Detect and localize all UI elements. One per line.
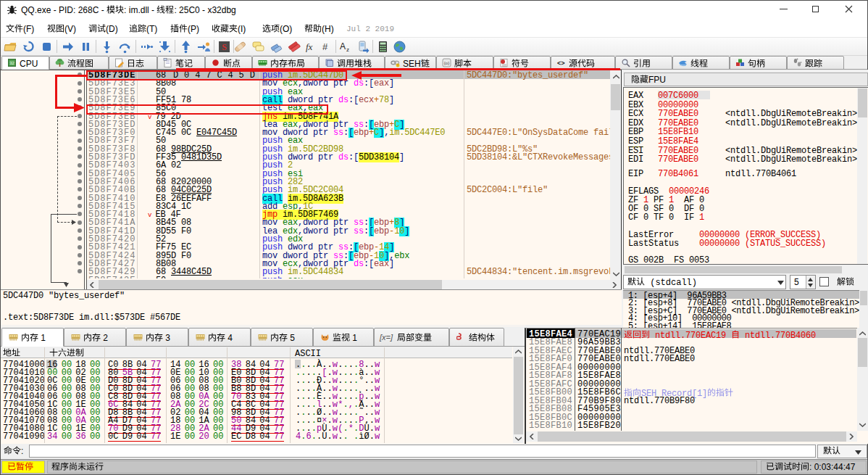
svg-text:{o}: {o}: [444, 61, 449, 65]
svg-text:fx: fx: [306, 41, 313, 52]
svg-text:32: 32: [9, 61, 14, 65]
svg-text:<>: <>: [557, 59, 565, 67]
svg-text:z: z: [346, 46, 349, 53]
svg-text:!: !: [397, 64, 398, 67]
svg-text:A: A: [340, 41, 346, 51]
svg-text:S: S: [222, 42, 227, 52]
svg-text:#: #: [322, 41, 328, 52]
